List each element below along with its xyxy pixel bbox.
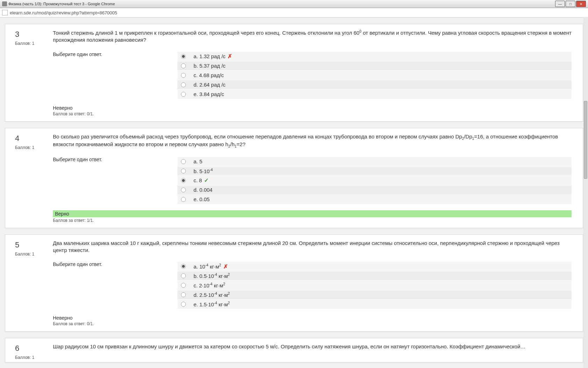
option-text: a. 1.32 рад /с (194, 53, 225, 59)
option-text: b. 5·10-4 (194, 168, 213, 174)
option-text: d. 2.5·10-4 кг·м2 (194, 292, 230, 298)
close-button[interactable]: ✕ (576, 1, 586, 7)
answer-option[interactable]: e. 0.05 (177, 195, 572, 204)
option-text: b. 5.37 рад /с (194, 63, 225, 69)
cross-icon: ✗ (223, 263, 228, 270)
window-titlebar: Физика (часть 1/3): Промежуточный тест 3… (0, 0, 588, 8)
window-title: Физика (часть 1/3): Промежуточный тест 3… (8, 2, 115, 6)
radio-button[interactable] (181, 188, 186, 192)
answer-option[interactable]: b. 0.5·10-4 кг·м2 (177, 271, 572, 280)
page-content: 3Баллов: 1Тонкий стержень длиной 1 м при… (0, 18, 588, 368)
question-block: 5Баллов: 1Два маленьких шарика массой 10… (5, 234, 583, 332)
question-points: Баллов: 1 (15, 355, 50, 360)
question-number: 3 (15, 30, 50, 39)
scrollbar-thumb[interactable] (584, 101, 587, 179)
choose-one-prompt: Выберите один ответ. (53, 157, 115, 162)
answer-option[interactable]: c. 4.68 рад/с (177, 70, 572, 80)
option-text: e. 3.84 рад/с (194, 91, 224, 97)
radio-button[interactable] (181, 264, 186, 269)
scrollbar[interactable] (583, 17, 588, 368)
feedback-text: Верно (53, 210, 572, 217)
answer-option[interactable]: d. 2.64 рад /с (177, 80, 572, 89)
question-points: Баллов: 1 (15, 41, 50, 46)
radio-button[interactable] (181, 63, 186, 68)
page-icon (2, 10, 8, 15)
radio-button[interactable] (181, 54, 186, 59)
answer-option[interactable]: b. 5·10-4 (177, 166, 572, 176)
answer-option[interactable]: b. 5.37 рад /с (177, 61, 572, 70)
option-text: c. 2·10-4 кг·м2 (194, 282, 225, 288)
question-points: Баллов: 1 (15, 145, 50, 150)
check-icon: ✓ (204, 177, 209, 184)
url-text: elearn.sde.ru/mod/quiz/review.php?attemp… (10, 10, 117, 15)
question-text: Во сколько раз увеличится объемный расхо… (53, 133, 572, 149)
answer-score: Баллов за ответ: 0/1. (53, 321, 572, 326)
question-text: Два маленьких шарика массой 10 г каждый,… (53, 240, 572, 254)
radio-button[interactable] (181, 178, 186, 183)
option-text: a. 10-4 кг·м2 (194, 263, 221, 270)
radio-button[interactable] (181, 273, 186, 278)
question-number: 4 (15, 134, 50, 143)
question-number: 5 (15, 240, 50, 250)
app-icon (2, 1, 7, 6)
option-text: b. 0.5·10-4 кг·м2 (194, 273, 230, 279)
option-text: a. 5 (194, 158, 202, 164)
option-text: e. 0.05 (194, 196, 210, 202)
question-number: 6 (15, 344, 50, 353)
answer-option[interactable]: e. 3.84 рад/с (177, 89, 572, 99)
question-text: Шар радиусом 10 см привязан к длинному ш… (53, 343, 572, 350)
option-text: c. 8 (194, 177, 202, 183)
radio-button[interactable] (181, 169, 186, 173)
minimize-button[interactable]: — (555, 1, 565, 7)
feedback-text: Неверно (53, 105, 572, 111)
address-bar[interactable]: elearn.sde.ru/mod/quiz/review.php?attemp… (0, 8, 588, 18)
radio-button[interactable] (181, 73, 186, 78)
choose-one-prompt: Выберите один ответ. (53, 52, 115, 57)
option-text: d. 2.64 рад /с (194, 82, 225, 88)
radio-button[interactable] (181, 159, 186, 164)
option-text: d. 0.004 (194, 187, 212, 193)
answer-option[interactable]: c. 8✓ (177, 176, 572, 185)
question-text: Тонкий стержень длиной 1 м прикреплен к … (53, 29, 572, 44)
answer-option[interactable]: c. 2·10-4 кг·м2 (177, 280, 572, 290)
answer-option[interactable]: d. 0.004 (177, 185, 572, 195)
question-block: 4Баллов: 1Во сколько раз увеличится объе… (5, 128, 583, 228)
answer-option[interactable]: d. 2.5·10-4 кг·м2 (177, 290, 572, 299)
radio-button[interactable] (181, 283, 186, 288)
option-text: c. 4.68 рад/с (194, 72, 224, 78)
question-points: Баллов: 1 (15, 252, 50, 257)
radio-button[interactable] (181, 82, 186, 87)
answer-option[interactable]: a. 1.32 рад /с✗ (177, 52, 572, 61)
answer-option[interactable]: a. 5 (177, 157, 572, 166)
radio-button[interactable] (181, 92, 186, 97)
answer-score: Баллов за ответ: 0/1. (53, 111, 572, 116)
radio-button[interactable] (181, 302, 186, 307)
choose-one-prompt: Выберите один ответ. (53, 261, 115, 267)
question-block: 6Баллов: 1Шар радиусом 10 см привязан к … (5, 338, 583, 362)
answer-option[interactable]: e. 1.5·10-4 кг·м2 (177, 299, 572, 309)
radio-button[interactable] (181, 292, 186, 297)
feedback-text: Неверно (53, 315, 572, 321)
answer-option[interactable]: a. 10-4 кг·м2✗ (177, 261, 572, 271)
question-block: 3Баллов: 1Тонкий стержень длиной 1 м при… (5, 24, 583, 122)
maximize-button[interactable]: □ (566, 1, 575, 7)
radio-button[interactable] (181, 197, 186, 202)
option-text: e. 1.5·10-4 кг·м2 (194, 301, 230, 307)
answer-score: Баллов за ответ: 1/1. (53, 218, 572, 223)
cross-icon: ✗ (227, 53, 232, 60)
